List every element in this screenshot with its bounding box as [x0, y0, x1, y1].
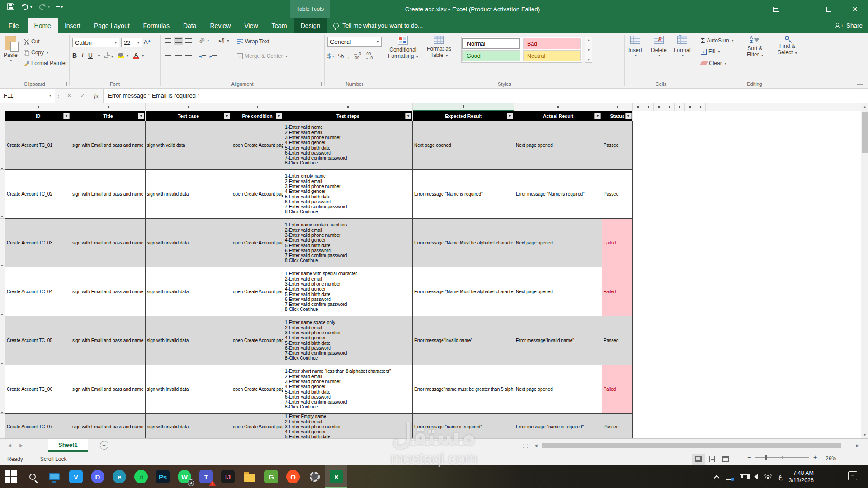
gallery-more-button[interactable]: ▼̲ [587, 58, 590, 61]
cell-title[interactable]: sign with Email and pass and name [71, 316, 146, 365]
column-header-pre-condition[interactable]: Pre condition▼ [231, 111, 283, 121]
filter-dropdown-icon[interactable]: ▼ [594, 113, 601, 119]
cell-expected-result[interactable]: Next page opened [413, 121, 514, 170]
align-top-button[interactable] [165, 38, 171, 43]
cell-title[interactable]: sign with Email and pass and name [71, 219, 146, 267]
cell-title[interactable]: sign with Email and pass and name [71, 121, 146, 170]
cell-id[interactable]: Create Account TC_04 [5, 267, 71, 316]
align-middle-button[interactable] [175, 38, 182, 43]
cell-pre-condition[interactable]: open Create Account pag [231, 267, 283, 316]
name-box-splitter[interactable]: ⋮ [55, 89, 62, 103]
cell-pre-condition[interactable]: open Create Account pag [231, 414, 283, 438]
column-header-0[interactable] [5, 103, 71, 111]
grow-font-button[interactable]: A▲ [144, 38, 151, 45]
cell-test-case[interactable]: sign with invalid data [146, 316, 231, 365]
cell-id[interactable]: Create Account TC_06 [5, 365, 71, 414]
cell-actual-result[interactable]: Next page opened [514, 365, 602, 414]
gallery-scroll-down[interactable]: ▼ [587, 48, 590, 52]
intellij-taskbar-button[interactable]: IJ [217, 465, 239, 488]
minimize-button[interactable] [789, 0, 816, 18]
fill-button[interactable]: ↓ Fill▾ [701, 48, 720, 55]
cell-pre-condition[interactable]: open Create Account pag [231, 121, 283, 170]
customize-quick-access-button[interactable]: ▾ [56, 5, 63, 9]
filter-dropdown-icon[interactable]: ▼ [224, 113, 230, 119]
copy-button[interactable]: Copy▾ [24, 49, 48, 56]
cell-test-steps[interactable]: 1-Enter valid name2-Enter valid email3-E… [283, 121, 413, 170]
tab-review[interactable]: Review [203, 18, 238, 33]
cell-expected-result[interactable]: Error message "name is required" [413, 414, 514, 438]
cell-style-good[interactable]: Good [462, 50, 520, 61]
tab-insert[interactable]: Insert [58, 18, 87, 33]
column-header-id[interactable]: ID▼ [5, 111, 71, 121]
format-cells-button[interactable]: ↔ Format▾ [674, 36, 691, 57]
column-header-empty-6[interactable] [695, 103, 706, 111]
edge-taskbar-button[interactable]: e [108, 465, 130, 488]
column-header-actual-result[interactable]: Actual Result▼ [514, 111, 602, 121]
photoshop-taskbar-button[interactable]: Ps [152, 465, 174, 488]
next-sheet-arrow[interactable]: ▶ [15, 439, 27, 452]
cell-id[interactable]: Create Account TC_05 [5, 316, 71, 365]
tab-page-layout[interactable]: Page Layout [87, 18, 137, 33]
find-select-button[interactable]: Find &Select ▾ [778, 36, 797, 56]
vscode-taskbar-button[interactable]: V [65, 465, 87, 488]
tell-me-box[interactable]: Tell me what you want to do... [327, 18, 429, 33]
opera-browser-taskbar-button[interactable]: O [282, 465, 304, 488]
language-indicator[interactable]: ع [778, 473, 782, 480]
cell-pre-condition[interactable]: open Create Account pag [231, 316, 283, 365]
column-header-3[interactable] [231, 103, 283, 111]
column-headers-strip[interactable] [0, 103, 868, 111]
battery-icon[interactable] [740, 474, 748, 479]
cell-status[interactable]: Passed [602, 170, 633, 219]
cell-test-case[interactable]: sign with invalid data [146, 365, 231, 414]
font-dialog-launcher[interactable] [154, 82, 158, 86]
collapse-ribbon-button[interactable] [857, 81, 863, 85]
cell-actual-result[interactable]: Error message "name is required" [514, 414, 602, 438]
undo-button[interactable]: ▾ [21, 4, 32, 10]
filter-dropdown-icon[interactable]: ▼ [405, 113, 411, 119]
worksheet-grid[interactable]: ID▼Title▼Test case▼Pre condition▼Test st… [0, 111, 861, 438]
volume-icon[interactable] [754, 474, 758, 479]
vertical-scrollbar[interactable]: ▲ ▼ [861, 103, 868, 438]
cell-test-steps[interactable]: 1-Enter Empty name2-Enter valid email3-E… [283, 414, 413, 438]
row-header[interactable] [0, 316, 5, 365]
cell-actual-result[interactable]: Error message "Name is required" [514, 170, 602, 219]
sheet-tab-sheet1[interactable]: Sheet1 [48, 439, 88, 452]
cell-status[interactable]: Passed [602, 121, 633, 170]
orientation-button[interactable]: ab [198, 36, 206, 44]
increase-decimal-button[interactable]: ←.0.00 [354, 52, 361, 60]
align-bottom-button[interactable] [185, 38, 192, 43]
column-header-7[interactable] [602, 103, 633, 111]
column-header-6[interactable] [514, 103, 602, 111]
settings-taskbar-button[interactable] [304, 465, 326, 488]
cell-actual-result[interactable]: Error message"invalid name" [514, 316, 602, 365]
spotify-taskbar-button[interactable]: ♫ [130, 465, 152, 488]
name-box[interactable]: F11▾ [0, 89, 55, 103]
page-layout-view-button[interactable] [705, 454, 719, 465]
column-header-empty-2[interactable] [654, 103, 664, 111]
column-header-empty-5[interactable] [685, 103, 695, 111]
cell-pre-condition[interactable]: open Create Account pag [231, 219, 283, 267]
cell-status[interactable]: Passed [602, 414, 633, 438]
cell-test-steps[interactable]: 1-Enter short name "less than 8 alphabet… [283, 365, 413, 414]
tab-data[interactable]: Data [176, 18, 203, 33]
undo-dropdown[interactable]: ▾ [30, 5, 32, 9]
delete-cells-button[interactable]: ✗ Delete▾ [651, 36, 667, 57]
cell-title[interactable]: sign with Email and pass and name [71, 170, 146, 219]
restore-button[interactable] [816, 0, 842, 18]
cell-style-normal[interactable]: Normal [462, 38, 520, 49]
enter-entry-button[interactable]: ✓ [76, 92, 90, 99]
cell-actual-result[interactable]: Next page opened [514, 121, 602, 170]
save-button[interactable] [7, 3, 14, 10]
horizontal-scrollbar[interactable]: ◀ ▶ [532, 441, 862, 450]
wifi-icon[interactable] [764, 474, 772, 479]
scroll-right-arrow[interactable]: ▶ [854, 443, 862, 448]
wrap-text-button[interactable]: Wrap Text [237, 38, 269, 45]
formula-input[interactable]: Error message " Email is required " [104, 89, 868, 103]
zoom-out-button[interactable]: − [746, 454, 752, 461]
search-taskbar-button[interactable] [22, 465, 43, 488]
notifications-icon[interactable]: ≡ [848, 471, 857, 480]
cell-title[interactable]: sign with Email and pass and name [71, 414, 146, 438]
cell-test-case[interactable]: sign with invalid data [146, 219, 231, 267]
cell-test-steps[interactable]: 1-Enter name with special character2-Ent… [283, 267, 413, 316]
tray-device-icon[interactable] [726, 474, 733, 480]
